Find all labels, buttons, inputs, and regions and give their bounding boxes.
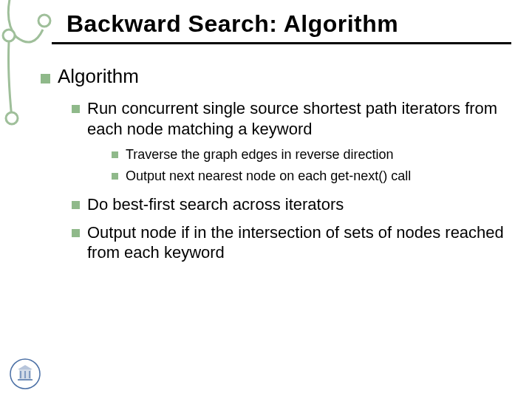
bullet-lvl3: Output next nearest node on each get-nex… [112, 168, 510, 185]
bullet-lvl3: Traverse the graph edges in reverse dire… [112, 146, 510, 163]
bullet-lvl2: Do best-first search across iterators [72, 194, 510, 215]
svg-point-1 [3, 30, 15, 41]
lvl3-group: Traverse the graph edges in reverse dire… [41, 146, 510, 184]
slide-content: Algorithm Run concurrent single source s… [41, 65, 510, 270]
square-bullet-icon [72, 201, 80, 209]
bullet-lvl1: Algorithm [41, 65, 510, 88]
lvl3-text: Output next nearest node on each get-nex… [126, 168, 411, 185]
lvl3-text: Traverse the graph edges in reverse dire… [126, 146, 394, 163]
square-bullet-icon [112, 151, 118, 158]
bullet-lvl2: Output node if in the intersection of se… [72, 222, 510, 263]
svg-point-2 [6, 112, 18, 124]
square-bullet-icon [72, 229, 80, 237]
svg-point-0 [38, 15, 50, 27]
square-bullet-icon [112, 173, 118, 180]
bullet-lvl2: Run concurrent single source shortest pa… [72, 98, 510, 139]
square-bullet-icon [41, 74, 50, 83]
square-bullet-icon [72, 105, 80, 113]
lvl2-text: Run concurrent single source shortest pa… [87, 98, 510, 139]
title-rule [52, 42, 511, 44]
lvl1-text: Algorithm [58, 65, 139, 87]
institution-logo-icon [9, 358, 41, 390]
lvl2-text: Do best-first search across iterators [87, 194, 344, 215]
slide-title: Backward Search: Algorithm [66, 10, 517, 38]
lvl2-text: Output node if in the intersection of se… [87, 222, 510, 263]
title-area: Backward Search: Algorithm [66, 10, 517, 44]
